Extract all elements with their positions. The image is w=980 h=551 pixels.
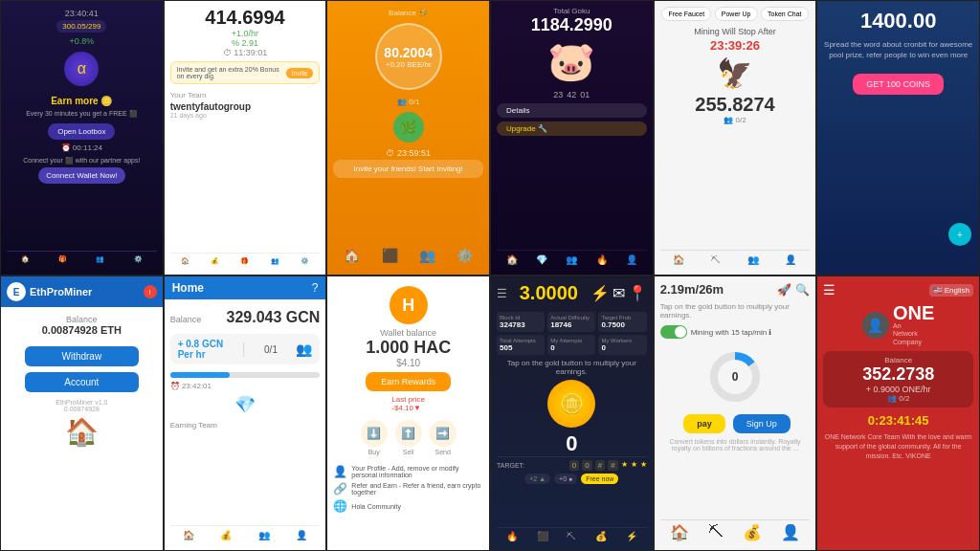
nav4-home[interactable]: 🏠 bbox=[506, 254, 518, 265]
cell4-t2: 42 bbox=[567, 90, 576, 99]
cell9-usd: $4.10 bbox=[396, 358, 420, 368]
nav10-lightning[interactable]: ⚡ bbox=[626, 531, 637, 541]
nav11-user[interactable]: 👤 bbox=[781, 523, 800, 541]
connect-wallet-button[interactable]: Connect Wallet Now! bbox=[38, 167, 124, 184]
power-up-button[interactable]: Power Up bbox=[715, 7, 758, 21]
nav4-user[interactable]: 👤 bbox=[626, 254, 637, 265]
nav10-block[interactable]: ⬛ bbox=[537, 531, 548, 541]
pay-button[interactable]: pay bbox=[683, 414, 725, 433]
cell-ethprominer: E EthProMiner ! Balance 0.00874928 ETH W… bbox=[0, 276, 164, 551]
nav10-mine[interactable]: ⛏ bbox=[567, 531, 576, 541]
free-faucet-button[interactable]: Free Faucet bbox=[661, 7, 711, 21]
cell12-menu[interactable]: ☰ bbox=[823, 282, 835, 298]
ti-3: # bbox=[595, 460, 605, 471]
search-icon[interactable]: 🔍 bbox=[795, 283, 810, 297]
nav2-money[interactable]: 💰 bbox=[211, 257, 219, 265]
free-now-button[interactable]: Free now bbox=[581, 474, 618, 484]
buy-button[interactable]: ⬇️ Buy bbox=[361, 420, 388, 455]
nav10-fire[interactable]: 🔥 bbox=[506, 531, 518, 541]
nav-settings[interactable]: ⚙️ bbox=[134, 255, 143, 263]
nav4-gem[interactable]: 💎 bbox=[536, 254, 547, 265]
nav5-mine[interactable]: ⛏ bbox=[711, 254, 721, 265]
nav11-money[interactable]: 💰 bbox=[743, 523, 762, 541]
details-button[interactable]: Details bbox=[497, 103, 647, 118]
withdraw-button[interactable]: Withdraw bbox=[25, 346, 139, 366]
rocket-icon[interactable]: 🚀 bbox=[777, 283, 791, 297]
cell8-header: Home ? bbox=[165, 276, 326, 299]
cell3-bal-val: 80.2004 bbox=[384, 45, 433, 60]
cell1-desc: Every 30 minutes you get a FREE ⬛ bbox=[26, 110, 137, 118]
cell9-logo: H bbox=[390, 286, 428, 324]
get-coins-button[interactable]: GET 100 COINS bbox=[853, 74, 944, 95]
nav-team[interactable]: 👥 bbox=[96, 255, 104, 263]
sell-button[interactable]: ⬆️ Sell bbox=[395, 420, 422, 455]
invite-button[interactable]: Invite bbox=[286, 68, 314, 78]
cell1-badge: 300.05/299 bbox=[56, 20, 106, 33]
nav3-block[interactable]: ⬛ bbox=[382, 248, 398, 263]
nav8-money[interactable]: 💰 bbox=[220, 530, 232, 540]
send-icon: ➡️ bbox=[430, 420, 457, 447]
signup-button[interactable]: Sign Up bbox=[733, 414, 791, 433]
nav11-mine[interactable]: ⛏ bbox=[708, 523, 724, 541]
token-chat-button[interactable]: Token Chat bbox=[761, 7, 808, 21]
cell10-menu[interactable]: ☰ bbox=[497, 287, 507, 300]
cell12-bal-val: 352.2738 bbox=[833, 364, 964, 385]
cell5-logo: 🦅 bbox=[717, 56, 752, 90]
nav5-home[interactable]: 🏠 bbox=[673, 254, 684, 265]
cell7-body: Balance 0.00874928 ETH Withdraw Account … bbox=[1, 307, 163, 550]
cell3-invite[interactable]: Invite your friends! Start Inviting! bbox=[333, 160, 483, 178]
cell2-bottom-nav: 🏠 💰 🎁 👥 ⚙️ bbox=[170, 253, 321, 269]
one-network-brand: ONE AnNetworkCompany bbox=[893, 303, 934, 346]
nav4-team[interactable]: 👥 bbox=[566, 254, 577, 265]
cell2-team-name: twentyfautogroup bbox=[170, 101, 321, 112]
open-lootbox-button[interactable]: Open Lootbox bbox=[48, 123, 115, 140]
svg-text:0: 0 bbox=[732, 370, 739, 384]
teal-plus-button[interactable]: + bbox=[948, 223, 971, 246]
nav-gift[interactable]: 🎁 bbox=[58, 255, 67, 263]
cell12-timer: 0:23:41:45 bbox=[868, 413, 929, 428]
earn-rewards-button[interactable]: Earn Rewards bbox=[366, 372, 451, 391]
nav3-home[interactable]: 🏠 bbox=[344, 248, 360, 263]
account-button[interactable]: Account bbox=[25, 372, 139, 392]
nav2-home[interactable]: 🏠 bbox=[181, 257, 189, 265]
nav11-home[interactable]: 🏠 bbox=[670, 523, 689, 541]
nav8-user[interactable]: 👤 bbox=[296, 530, 307, 540]
nav8-home[interactable]: 🏠 bbox=[183, 530, 194, 540]
nav-home[interactable]: 🏠 bbox=[21, 255, 30, 263]
cell11-mine-txt: Mining with 15 tap/min ℹ bbox=[691, 328, 772, 337]
cell-one-network: ☰ 🇺🇸 English 👤 ONE AnNetworkCompany Bala… bbox=[816, 276, 980, 551]
cell4-total-val: 1184.2990 bbox=[531, 15, 612, 35]
nav4-fire[interactable]: 🔥 bbox=[596, 254, 608, 265]
cell12-bal-section: Balance 352.2738 + 0.9000 ONE/hr 👥 0/2 bbox=[823, 351, 973, 408]
nav10-money[interactable]: 💰 bbox=[595, 531, 607, 541]
upgrade-button[interactable]: Upgrade 🔧 bbox=[497, 121, 647, 136]
cell-mining-countdown: Free Faucet Power Up Token Chat Mining W… bbox=[654, 0, 817, 276]
mining-toggle[interactable] bbox=[660, 325, 687, 339]
plus2-button[interactable]: +2 ▲ bbox=[524, 474, 550, 484]
plus0-button[interactable]: +0 ● bbox=[554, 474, 577, 484]
nav2-gift[interactable]: 🎁 bbox=[240, 257, 249, 265]
nav5-user[interactable]: 👤 bbox=[785, 254, 796, 265]
cell12-lang[interactable]: 🇺🇸 English bbox=[929, 284, 973, 297]
mail-icon: ✉ bbox=[612, 284, 625, 302]
cell-mining-rate: 2.19m/26m 🚀 🔍 Tap on the gold button to … bbox=[654, 276, 817, 551]
cell8-progress-bar bbox=[170, 372, 321, 378]
stat-my-workers: My Workers 0 bbox=[598, 335, 646, 355]
cell8-help[interactable]: ? bbox=[312, 281, 319, 295]
nav2-settings[interactable]: ⚙️ bbox=[301, 257, 309, 265]
buy-icon: ⬇️ bbox=[361, 420, 388, 447]
nav3-team[interactable]: 👥 bbox=[419, 248, 435, 263]
cell2-main-val: 414.6994 bbox=[170, 7, 321, 29]
nav3-settings[interactable]: ⚙️ bbox=[457, 248, 473, 263]
nav5-team[interactable]: 👥 bbox=[747, 254, 759, 265]
profile-text-3: Hola Community bbox=[351, 503, 401, 510]
cell3-members: 👥 0/1 bbox=[397, 98, 419, 106]
cell5-members: 👥 0/2 bbox=[724, 116, 746, 124]
send-button[interactable]: ➡️ Send bbox=[430, 420, 457, 455]
cell11-header: 2.19m/26m 🚀 🔍 bbox=[660, 282, 811, 297]
nav2-team[interactable]: 👥 bbox=[271, 257, 279, 265]
nav8-team[interactable]: 👥 bbox=[258, 530, 270, 540]
cell4-total-label: Total Goku bbox=[553, 7, 590, 15]
cell-hac: H Wallet balance 1.000 HAC $4.10 Earn Re… bbox=[326, 276, 490, 551]
gold-multiply-button[interactable]: 🪙 bbox=[547, 380, 595, 428]
